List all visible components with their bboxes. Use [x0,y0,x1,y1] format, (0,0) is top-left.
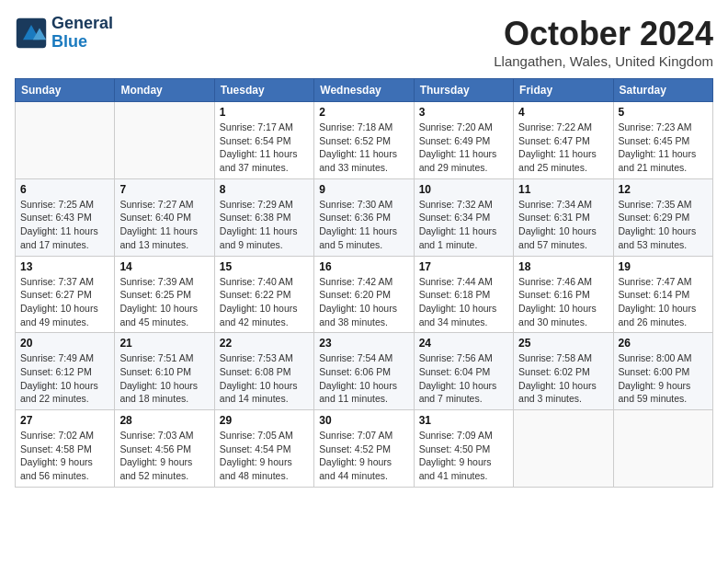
day-detail: Sunrise: 7:51 AMSunset: 6:10 PMDaylight:… [119,351,209,406]
day-cell: 10Sunrise: 7:32 AMSunset: 6:34 PMDayligh… [414,178,513,256]
day-cell: 8Sunrise: 7:29 AMSunset: 6:38 PMDaylight… [214,178,313,256]
day-detail: Sunrise: 7:18 AMSunset: 6:52 PMDaylight:… [319,121,408,175]
day-number: 22 [220,337,309,350]
day-detail: Sunrise: 7:35 AMSunset: 6:29 PMDaylight:… [619,198,708,252]
day-cell: 12Sunrise: 7:35 AMSunset: 6:29 PMDayligh… [613,178,712,256]
day-cell [613,410,712,488]
day-cell: 30Sunrise: 7:07 AMSunset: 4:52 PMDayligh… [314,410,414,488]
day-number: 27 [20,414,109,427]
day-detail: Sunrise: 7:29 AMSunset: 6:38 PMDaylight:… [220,198,309,252]
logo-line2: Blue [51,32,87,51]
day-detail: Sunrise: 7:54 AMSunset: 6:06 PMDaylight:… [319,351,408,406]
day-number: 29 [220,414,309,427]
day-cell: 16Sunrise: 7:42 AMSunset: 6:20 PMDayligh… [314,256,414,333]
day-cell: 26Sunrise: 8:00 AMSunset: 6:00 PMDayligh… [613,333,712,410]
day-header-thursday: Thursday [414,79,513,102]
day-cell: 24Sunrise: 7:56 AMSunset: 6:04 PMDayligh… [414,333,513,410]
day-cell: 27Sunrise: 7:02 AMSunset: 4:58 PMDayligh… [16,410,115,488]
day-detail: Sunrise: 7:37 AMSunset: 6:27 PMDaylight:… [20,275,109,329]
day-detail: Sunrise: 7:49 AMSunset: 6:12 PMDaylight:… [20,351,109,406]
logo-line1: General [51,15,113,33]
day-number: 4 [518,106,608,119]
day-number: 10 [419,183,508,196]
day-detail: Sunrise: 7:17 AMSunset: 6:54 PMDaylight:… [220,121,309,175]
day-detail: Sunrise: 7:07 AMSunset: 4:52 PMDaylight:… [319,429,408,483]
day-number: 9 [319,183,408,196]
day-cell: 2Sunrise: 7:18 AMSunset: 6:52 PMDaylight… [314,102,414,179]
page-header: General Blue October 2024 Llangathen, Wa… [15,15,713,69]
day-detail: Sunrise: 8:00 AMSunset: 6:00 PMDaylight:… [619,351,708,406]
day-detail: Sunrise: 7:22 AMSunset: 6:47 PMDaylight:… [518,121,608,175]
day-detail: Sunrise: 7:47 AMSunset: 6:14 PMDaylight:… [619,275,708,329]
logo-text: General Blue [51,15,113,52]
logo-icon [15,17,48,50]
day-cell [16,102,115,179]
day-cell: 20Sunrise: 7:49 AMSunset: 6:12 PMDayligh… [16,333,115,410]
day-cell: 23Sunrise: 7:54 AMSunset: 6:06 PMDayligh… [314,333,414,410]
day-cell: 31Sunrise: 7:09 AMSunset: 4:50 PMDayligh… [414,410,513,488]
day-number: 8 [220,183,309,196]
week-row-3: 13Sunrise: 7:37 AMSunset: 6:27 PMDayligh… [16,256,713,333]
day-number: 25 [518,337,608,350]
day-number: 26 [619,337,708,350]
calendar-table: SundayMondayTuesdayWednesdayThursdayFrid… [15,78,713,488]
day-cell: 19Sunrise: 7:47 AMSunset: 6:14 PMDayligh… [613,256,712,333]
day-cell: 6Sunrise: 7:25 AMSunset: 6:43 PMDaylight… [16,178,115,256]
day-detail: Sunrise: 7:56 AMSunset: 6:04 PMDaylight:… [419,351,508,406]
header-row: SundayMondayTuesdayWednesdayThursdayFrid… [16,79,713,102]
day-cell: 15Sunrise: 7:40 AMSunset: 6:22 PMDayligh… [214,256,313,333]
day-cell [514,410,613,488]
day-number: 15 [220,260,309,273]
month-title: October 2024 [494,15,713,53]
day-number: 20 [20,337,109,350]
day-cell: 5Sunrise: 7:23 AMSunset: 6:45 PMDaylight… [613,102,712,179]
title-area: October 2024 Llangathen, Wales, United K… [494,15,713,69]
day-number: 24 [419,337,508,350]
day-cell: 4Sunrise: 7:22 AMSunset: 6:47 PMDaylight… [514,102,613,179]
day-number: 30 [319,414,408,427]
day-cell [115,102,214,179]
day-number: 16 [319,260,408,273]
day-cell: 29Sunrise: 7:05 AMSunset: 4:54 PMDayligh… [214,410,313,488]
day-header-friday: Friday [514,79,613,102]
day-detail: Sunrise: 7:44 AMSunset: 6:18 PMDaylight:… [419,275,508,329]
day-detail: Sunrise: 7:23 AMSunset: 6:45 PMDaylight:… [619,121,708,175]
day-cell: 7Sunrise: 7:27 AMSunset: 6:40 PMDaylight… [115,178,214,256]
day-cell: 9Sunrise: 7:30 AMSunset: 6:36 PMDaylight… [314,178,414,256]
day-number: 7 [119,183,209,196]
day-header-tuesday: Tuesday [214,79,313,102]
day-detail: Sunrise: 7:05 AMSunset: 4:54 PMDaylight:… [220,429,309,483]
day-cell: 17Sunrise: 7:44 AMSunset: 6:18 PMDayligh… [414,256,513,333]
day-cell: 28Sunrise: 7:03 AMSunset: 4:56 PMDayligh… [115,410,214,488]
day-detail: Sunrise: 7:42 AMSunset: 6:20 PMDaylight:… [319,275,408,329]
day-detail: Sunrise: 7:20 AMSunset: 6:49 PMDaylight:… [419,121,508,175]
day-detail: Sunrise: 7:25 AMSunset: 6:43 PMDaylight:… [20,198,109,252]
day-cell: 22Sunrise: 7:53 AMSunset: 6:08 PMDayligh… [214,333,313,410]
day-detail: Sunrise: 7:30 AMSunset: 6:36 PMDaylight:… [319,198,408,252]
day-cell: 14Sunrise: 7:39 AMSunset: 6:25 PMDayligh… [115,256,214,333]
day-cell: 25Sunrise: 7:58 AMSunset: 6:02 PMDayligh… [514,333,613,410]
day-detail: Sunrise: 7:03 AMSunset: 4:56 PMDaylight:… [119,429,209,483]
day-cell: 1Sunrise: 7:17 AMSunset: 6:54 PMDaylight… [214,102,313,179]
day-cell: 13Sunrise: 7:37 AMSunset: 6:27 PMDayligh… [16,256,115,333]
day-number: 1 [220,106,309,119]
day-detail: Sunrise: 7:27 AMSunset: 6:40 PMDaylight:… [119,198,209,252]
location: Llangathen, Wales, United Kingdom [494,53,713,69]
week-row-1: 1Sunrise: 7:17 AMSunset: 6:54 PMDaylight… [16,102,713,179]
day-number: 5 [619,106,708,119]
day-number: 12 [619,183,708,196]
day-number: 31 [419,414,508,427]
day-detail: Sunrise: 7:39 AMSunset: 6:25 PMDaylight:… [119,275,209,329]
day-header-monday: Monday [115,79,214,102]
day-number: 2 [319,106,408,119]
day-number: 18 [518,260,608,273]
day-number: 14 [119,260,209,273]
day-number: 3 [419,106,508,119]
day-header-wednesday: Wednesday [314,79,414,102]
day-detail: Sunrise: 7:58 AMSunset: 6:02 PMDaylight:… [518,351,608,406]
day-number: 28 [119,414,209,427]
day-number: 17 [419,260,508,273]
day-cell: 3Sunrise: 7:20 AMSunset: 6:49 PMDaylight… [414,102,513,179]
day-cell: 21Sunrise: 7:51 AMSunset: 6:10 PMDayligh… [115,333,214,410]
week-row-2: 6Sunrise: 7:25 AMSunset: 6:43 PMDaylight… [16,178,713,256]
